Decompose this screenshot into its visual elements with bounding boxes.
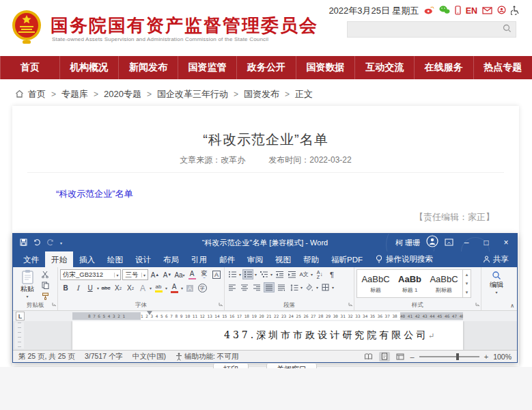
multilevel-list-icon[interactable] xyxy=(258,269,269,279)
enclose-character-icon[interactable]: 字 xyxy=(197,283,208,293)
font-name-combo[interactable]: 仿宋_GB2312▾ xyxy=(60,269,121,280)
accessibility-icon[interactable] xyxy=(511,5,519,17)
search-icon[interactable] xyxy=(503,23,512,36)
breadcrumb-item[interactable]: 首页 xyxy=(28,88,46,100)
tab-selector[interactable]: L xyxy=(16,312,25,320)
font-color-dropdown[interactable]: ▾ xyxy=(181,286,183,290)
ribbon-tab[interactable]: 审阅 xyxy=(241,251,269,267)
ribbon-display-options-icon[interactable] xyxy=(445,236,453,249)
page-indicator[interactable]: 第 25 页, 共 25 页 xyxy=(18,352,75,361)
nav-item[interactable]: 国资数据 xyxy=(296,56,355,79)
style-tile[interactable]: AaBbC 标题 xyxy=(359,273,393,293)
phonetic-guide-icon[interactable]: 変~ xyxy=(199,270,210,280)
mail-icon[interactable] xyxy=(482,6,492,16)
english-link[interactable]: EN xyxy=(466,6,477,16)
zoom-slider-thumb[interactable] xyxy=(456,353,459,360)
bullets-icon[interactable] xyxy=(227,269,238,279)
nav-item[interactable]: 热点专题 xyxy=(473,56,532,79)
text-effects-icon[interactable]: A xyxy=(137,283,148,293)
superscript-button[interactable]: X2 xyxy=(125,283,136,293)
collapse-ribbon-icon[interactable]: ∧ xyxy=(510,303,514,309)
breadcrumb-item[interactable]: 国企改革三年行动 xyxy=(157,88,228,100)
word-titlebar[interactable]: ▾ “科改示范企业”名单 [兼容模式] - Word 柯 珊珊 – □ × xyxy=(13,234,517,251)
paste-button[interactable]: 粘贴▾ xyxy=(15,269,40,302)
nav-item[interactable]: 国资监管 xyxy=(178,56,237,79)
ribbon-tab[interactable]: 视图 xyxy=(269,251,297,267)
document-text-line[interactable]: 437.深圳市市政设计研究院有限公司↵ xyxy=(224,329,463,342)
style-tile[interactable]: AaBb 标题 1 xyxy=(393,273,427,293)
zoom-level[interactable]: 100% xyxy=(493,353,512,361)
page-action-button[interactable]: 打印 xyxy=(213,363,249,368)
distribute-icon[interactable] xyxy=(276,282,287,292)
ribbon-tab[interactable]: 布局 xyxy=(157,251,185,267)
redo-icon[interactable] xyxy=(46,236,55,249)
document-page[interactable]: 437.深圳市市政设计研究院有限公司↵ xyxy=(72,321,463,350)
zoom-in-button[interactable]: + xyxy=(484,353,488,361)
ribbon-tab[interactable]: 引用 xyxy=(185,251,213,267)
clipboard-dialog-launcher[interactable] xyxy=(52,297,57,310)
align-right-icon[interactable] xyxy=(251,282,262,292)
underline-button[interactable]: U xyxy=(85,283,96,293)
print-layout-icon[interactable] xyxy=(379,352,390,361)
nav-item[interactable]: 首页 xyxy=(0,56,59,79)
qat-dropdown-icon[interactable]: ▾ xyxy=(60,241,62,245)
borders-icon[interactable] xyxy=(320,282,331,292)
decrease-indent-icon[interactable] xyxy=(274,269,285,279)
breadcrumb-item[interactable]: 国资发布 xyxy=(244,88,279,100)
text-effects-dropdown[interactable]: ▾ xyxy=(150,286,152,290)
restore-button[interactable]: □ xyxy=(479,234,493,251)
language-indicator[interactable]: 中文(中国) xyxy=(132,352,166,361)
style-tile[interactable]: AaBbC 副标题 xyxy=(427,273,461,293)
mobile-icon[interactable] xyxy=(455,5,461,17)
cut-icon[interactable] xyxy=(40,269,51,279)
ribbon-tab[interactable]: 邮件 xyxy=(213,251,241,267)
nav-item[interactable]: 在线服务 xyxy=(414,56,473,79)
bold-button[interactable]: B xyxy=(60,283,71,293)
styles-dialog-launcher[interactable] xyxy=(475,297,480,310)
ribbon-tab[interactable]: 帮助 xyxy=(297,251,325,267)
font-color-icon[interactable]: A xyxy=(169,283,180,293)
tell-me-search[interactable]: 操作说明搜索 xyxy=(369,251,440,267)
avatar[interactable] xyxy=(426,235,438,250)
web-layout-icon[interactable] xyxy=(395,352,406,361)
font-dialog-launcher[interactable] xyxy=(219,297,223,310)
justify-icon[interactable] xyxy=(264,282,275,292)
increase-indent-icon[interactable] xyxy=(286,269,297,279)
breadcrumb-item[interactable]: 正文 xyxy=(295,88,313,100)
accessibility-status[interactable]: 辅助功能: 不可用 xyxy=(176,352,238,361)
page-action-button[interactable]: 关闭窗口 xyxy=(266,363,317,368)
underline-dropdown[interactable]: ▾ xyxy=(97,286,99,290)
site-search-input[interactable] xyxy=(347,21,516,38)
attachment-link[interactable]: “科改示范企业”名单 xyxy=(56,188,133,200)
italic-button[interactable]: I xyxy=(72,283,83,293)
shrink-font-icon[interactable]: A▼ xyxy=(162,270,173,280)
sort-icon[interactable]: AZ↓ xyxy=(314,269,325,279)
ribbon-tab[interactable]: 设计 xyxy=(129,251,157,267)
subscript-button[interactable]: X2 xyxy=(113,283,124,293)
grow-font-icon[interactable]: A▲ xyxy=(150,270,160,280)
shading-icon[interactable] xyxy=(304,282,315,292)
undo-icon[interactable] xyxy=(33,236,41,249)
word-count[interactable]: 3/7517 个字 xyxy=(85,352,123,361)
paragraph-dialog-launcher[interactable] xyxy=(348,297,353,310)
zoom-slider[interactable] xyxy=(419,356,479,357)
weibo-icon[interactable] xyxy=(424,5,434,16)
character-shading-icon[interactable]: A xyxy=(184,283,195,293)
ribbon-tab[interactable]: 绘图 xyxy=(101,251,129,267)
nav-item[interactable]: 机构概况 xyxy=(59,56,119,79)
ribbon-tab[interactable]: 开始 xyxy=(45,251,73,267)
minimize-button[interactable]: – xyxy=(460,234,473,251)
change-case-icon[interactable]: Aa▾ xyxy=(174,270,185,280)
character-border-icon[interactable]: A xyxy=(211,270,222,280)
strikethrough-button[interactable]: abc xyxy=(100,283,111,293)
nav-item[interactable]: 互动交流 xyxy=(354,56,414,79)
share-button[interactable]: 共享 xyxy=(483,251,517,267)
nav-item[interactable]: 政务公开 xyxy=(236,56,296,79)
clear-format-icon[interactable]: A xyxy=(186,270,197,280)
format-painter-icon[interactable] xyxy=(40,291,51,301)
indent-marker[interactable] xyxy=(147,311,152,315)
nav-item[interactable]: 新闻发布 xyxy=(118,56,178,79)
align-left-icon[interactable] xyxy=(227,282,238,292)
font-size-combo[interactable]: 三号▾ xyxy=(122,269,148,280)
copy-icon[interactable] xyxy=(40,280,51,290)
